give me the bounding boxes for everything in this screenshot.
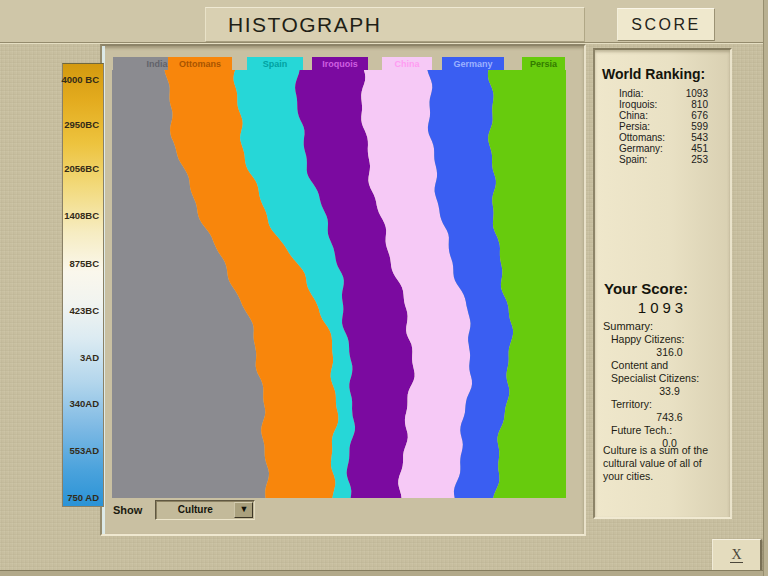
civ-chip-persia: Persia (522, 57, 565, 70)
ranking-civ-name: Spain: (619, 154, 647, 165)
ranking-row: Ottomans:543 (619, 132, 708, 143)
ranking-civ-name: China: (619, 110, 648, 121)
timeline-year-label: 423BC (69, 305, 99, 316)
metric-dropdown-arrow-button[interactable]: ▼ (234, 502, 253, 518)
world-ranking-rows: India:1093Iroquois:810China:676Persia:59… (619, 88, 708, 165)
your-score-value: 1093 (595, 299, 730, 316)
timeline-year-label: 4000 BC (62, 74, 100, 85)
ranking-civ-name: Ottomans: (619, 132, 665, 143)
ranking-civ-name: Persia: (619, 121, 650, 132)
summary-item-label: Content and (611, 359, 730, 372)
score-tab-label: SCORE (631, 16, 700, 34)
culture-note: Culture is a sum of the cultural value o… (603, 444, 721, 483)
civ-chip-germany: Germany (442, 57, 504, 70)
ranking-row: India:1093 (619, 88, 708, 99)
metric-dropdown-value: Culture (156, 504, 234, 515)
ranking-row: Persia:599 (619, 121, 708, 132)
world-ranking-section: World Ranking: India:1093Iroquois:810Chi… (595, 66, 730, 165)
summary-item-label: Future Tech.: (611, 424, 730, 437)
ranking-row: Iroquois:810 (619, 99, 708, 110)
page-title: HISTOGRAPH (228, 13, 381, 37)
civ-chip-iroquois: Iroquois (312, 57, 368, 70)
ranking-civ-name: Iroquois: (619, 99, 657, 110)
chevron-down-icon: ▼ (239, 505, 248, 514)
timeline-year-label: 3AD (80, 352, 99, 363)
civ-label-chips: IndiaOttomansSpainIroquoisChinaGermanyPe… (112, 57, 566, 70)
ranking-row: China:676 (619, 110, 708, 121)
ranking-civ-score: 599 (691, 121, 708, 132)
score-tab[interactable]: SCORE (617, 8, 715, 41)
ranking-civ-score: 451 (691, 143, 708, 154)
histograph-screen: HISTOGRAPH SCORE 4000 BC2950BC2056BC1408… (0, 0, 768, 576)
timeline-gradient-bar: 4000 BC2950BC2056BC1408BC875BC423BC3AD34… (62, 63, 104, 507)
culture-histograph-chart (112, 70, 566, 498)
exit-x-icon: X (730, 548, 742, 563)
timeline-year-label: 553AD (69, 445, 99, 456)
timeline-year-label: 875BC (69, 258, 99, 269)
your-score-title: Your Score: (604, 280, 730, 297)
ranking-civ-name: Germany: (619, 143, 663, 154)
ranking-civ-name: India: (619, 88, 643, 99)
civ-chip-china: China (382, 57, 432, 70)
ranking-civ-score: 676 (691, 110, 708, 121)
summary-item-value: 743.6 (609, 411, 730, 424)
timeline-year-label: 2950BC (64, 119, 99, 130)
timeline-year-label: 340AD (69, 398, 99, 409)
summary-label: Summary: (603, 320, 730, 332)
show-row: Show Culture ▼ (113, 500, 255, 519)
civ-chip-spain: Spain (247, 57, 303, 70)
frame-edge-bottom (0, 570, 768, 576)
timeline-year-label: 750 AD (67, 492, 99, 503)
ranking-civ-score: 253 (691, 154, 708, 165)
summary-item-value: 33.9 (609, 385, 730, 398)
ranking-civ-score: 810 (691, 99, 708, 110)
timeline-year-label: 1408BC (64, 210, 99, 221)
summary-item-label: Happy Citizens: (611, 333, 730, 346)
ranking-row: Germany:451 (619, 143, 708, 154)
title-plate: HISTOGRAPH (205, 7, 585, 42)
score-side-panel: World Ranking: India:1093Iroquois:810Chi… (593, 48, 732, 519)
top-bar: HISTOGRAPH SCORE (0, 0, 768, 43)
exit-button[interactable]: X (712, 539, 762, 572)
ranking-civ-score: 543 (691, 132, 708, 143)
civ-chip-ottomans: Ottomans (168, 57, 232, 70)
metric-dropdown[interactable]: Culture ▼ (155, 500, 255, 520)
summary-item-label: Territory: (611, 398, 730, 411)
frame-edge-right (763, 0, 768, 576)
your-score-section: Your Score: 1093 Summary: Happy Citizens… (595, 280, 730, 450)
ranking-civ-score: 1093 (686, 88, 708, 99)
summary-items: Happy Citizens:316.0Content andSpecialis… (595, 333, 730, 450)
show-label: Show (113, 504, 142, 516)
summary-item-value: 316.0 (609, 346, 730, 359)
timeline-year-label: 2056BC (64, 163, 99, 174)
summary-item-label: Specialist Citizens: (611, 372, 730, 385)
ranking-row: Spain:253 (619, 154, 708, 165)
world-ranking-title: World Ranking: (602, 66, 730, 82)
